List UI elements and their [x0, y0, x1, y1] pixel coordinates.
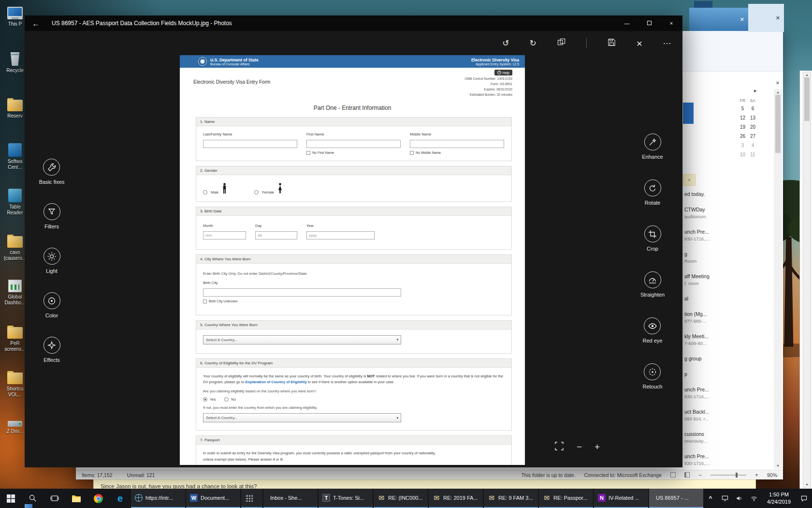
scroll-up-icon[interactable]: ▲: [805, 73, 809, 76]
calendar-date[interactable]: 3: [738, 141, 748, 150]
start-button[interactable]: [0, 489, 22, 508]
no-first-name-checkbox[interactable]: [306, 151, 310, 155]
network-icon[interactable]: [748, 494, 760, 502]
calendar-date[interactable]: 26: [738, 132, 748, 141]
calendar-date[interactable]: 13: [748, 113, 758, 122]
tool-basic-fixes[interactable]: Basic fixes: [39, 159, 65, 185]
agenda-item[interactable]: unch Pre... 830-1716,,...: [683, 382, 771, 404]
maximize-button[interactable]: [638, 15, 660, 31]
scroll-down-icon[interactable]: ▼: [805, 483, 809, 486]
edge-button[interactable]: e: [109, 489, 131, 508]
calendar-date[interactable]: 5: [738, 104, 748, 113]
fit-to-window-icon[interactable]: [554, 441, 564, 452]
scrollbar-thumb[interactable]: [775, 95, 781, 153]
agenda-item[interactable]: g group: [683, 351, 771, 366]
redo-icon[interactable]: ↻: [529, 39, 536, 47]
volume-icon[interactable]: [733, 494, 746, 502]
close-button[interactable]: ×: [660, 15, 682, 31]
zoom-out-icon[interactable]: −: [698, 472, 702, 478]
tool-light[interactable]: Light: [44, 248, 60, 274]
female-radio[interactable]: [254, 190, 259, 194]
agenda-item[interactable]: al: [683, 291, 771, 306]
date-navigator[interactable]: ▶ FR SA 5 6 12 13 19 20: [738, 97, 760, 159]
birth-day-input[interactable]: [255, 231, 297, 239]
calendar-date[interactable]: 10: [738, 150, 748, 159]
eligibility-no-radio[interactable]: [224, 397, 229, 402]
agenda-item[interactable]: CTWDay auditorium: [683, 202, 771, 224]
close-icon[interactable]: ✕: [776, 15, 780, 21]
agenda-item[interactable]: kly Meeti... 7-608-80...: [683, 329, 771, 351]
taskbar-window-button[interactable]: T T-Tones: Si...: [319, 489, 373, 508]
calendar-date[interactable]: 4: [748, 141, 758, 150]
zoom-in-icon[interactable]: +: [594, 442, 600, 451]
action-center-button[interactable]: [798, 494, 810, 503]
reading-view-icon[interactable]: [684, 472, 690, 478]
tool-enhance[interactable]: Enhance: [642, 134, 663, 160]
scroll-down-icon[interactable]: ▼: [776, 464, 780, 467]
tool-retouch[interactable]: Retouch: [643, 363, 663, 389]
taskbar-window-button[interactable]: [241, 489, 262, 508]
taskbar-window-button[interactable]: ✉ RE: 2019 FA...: [429, 489, 483, 508]
calendar-date[interactable]: 11: [748, 150, 758, 159]
todo-close-icon[interactable]: ✕: [774, 80, 782, 86]
agenda-item[interactable]: aff Meeting f. room: [683, 269, 771, 291]
calendar-date[interactable]: 20: [748, 122, 758, 132]
tray-monitor-icon[interactable]: [719, 494, 731, 502]
minimize-button[interactable]: —: [616, 15, 638, 31]
male-radio[interactable]: [203, 190, 207, 194]
help-button[interactable]: ?Help: [494, 70, 512, 75]
taskbar-window-button[interactable]: ✉ RE: (INC000...: [374, 489, 428, 508]
birth-city-input[interactable]: [203, 288, 401, 297]
next-month-icon[interactable]: ▶: [754, 89, 756, 93]
task-view-button[interactable]: [44, 489, 65, 508]
tool-color[interactable]: Color: [44, 292, 60, 318]
birth-year-input[interactable]: [306, 231, 375, 239]
calendar-date[interactable]: 12: [738, 113, 748, 122]
eligibility-country-select[interactable]: Select A Country...▾: [203, 413, 401, 422]
no-middle-name-checkbox[interactable]: [410, 151, 414, 155]
taskbar-window-button[interactable]: W Document...: [186, 489, 240, 508]
clock[interactable]: 1:50 PM 4/24/2019: [762, 491, 796, 506]
normal-view-icon[interactable]: [670, 472, 676, 478]
calendar-date[interactable]: 19: [738, 122, 748, 132]
last-name-input[interactable]: [203, 140, 297, 148]
agenda-item[interactable]: cussions nnectivity...: [683, 426, 771, 448]
agenda-item[interactable]: unch Pre... 830-1716,,...: [683, 448, 771, 471]
tool-rotate[interactable]: Rotate: [644, 179, 661, 206]
agenda-item[interactable]: unch Pre... 830-1716,,...: [683, 224, 771, 246]
cancel-icon[interactable]: ×: [637, 38, 642, 48]
agenda-item[interactable]: g Room: [683, 246, 771, 269]
agenda-item[interactable]: ed today.: [683, 186, 771, 202]
close-icon[interactable]: ✕: [740, 16, 744, 23]
scrollbar-thumb[interactable]: [804, 77, 810, 121]
zoom-out-icon[interactable]: −: [577, 442, 582, 451]
agenda-item[interactable]: tion (Mg... 877-985-...: [683, 306, 771, 329]
agenda-item[interactable]: uct Backl... 060 924, r...: [683, 404, 771, 426]
undo-icon[interactable]: ↺: [502, 39, 509, 47]
see-more-icon[interactable]: …: [663, 37, 672, 45]
taskbar-window-button[interactable]: O Inbox - She...: [263, 489, 318, 508]
tool-effects[interactable]: Effects: [44, 337, 60, 363]
tool-straighten[interactable]: Straighten: [640, 271, 665, 298]
chrome-button[interactable]: [87, 489, 109, 508]
tool-crop[interactable]: Crop: [644, 225, 661, 252]
tool-filters[interactable]: Filters: [44, 203, 60, 229]
country-eligibility-link[interactable]: Explanation of Country of Eligibility: [246, 380, 307, 384]
calendar-date[interactable]: 27: [748, 132, 758, 141]
taskbar-window-button[interactable]: US 86957 - ...: [649, 489, 703, 508]
compare-icon[interactable]: [557, 38, 566, 48]
first-name-input[interactable]: [306, 140, 401, 148]
zoom-in-icon[interactable]: +: [755, 472, 758, 478]
dismiss-icon[interactable]: ×: [688, 178, 690, 182]
hidden-icons-chevron[interactable]: ^: [704, 495, 717, 502]
save-copy-icon[interactable]: [607, 38, 616, 48]
zoom-slider-thumb[interactable]: [736, 473, 738, 478]
middle-name-input[interactable]: [410, 140, 504, 148]
taskbar-window-button[interactable]: ✉ RE: Passpor...: [539, 489, 593, 508]
eligibility-yes-radio[interactable]: [203, 397, 207, 402]
birth-city-unknown-checkbox[interactable]: [203, 299, 207, 303]
taskbar-window-button[interactable]: https://intr...: [131, 489, 185, 508]
taskbar-window-button[interactable]: N IV-Related ...: [594, 489, 648, 508]
birth-country-select[interactable]: Select A Country...▾: [203, 335, 401, 344]
file-explorer-button[interactable]: [66, 489, 87, 508]
